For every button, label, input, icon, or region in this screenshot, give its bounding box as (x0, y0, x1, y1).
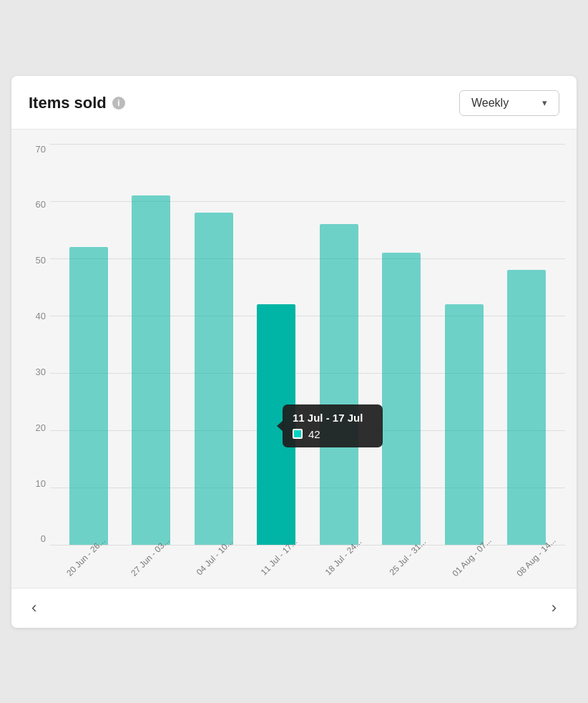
nav-spacer (57, 588, 531, 628)
bar[interactable] (320, 224, 358, 545)
y-label: 0 (23, 533, 50, 544)
bar-group[interactable] (433, 144, 496, 545)
x-label-group: 08 Aug - 14... (501, 545, 565, 588)
y-label: 40 (23, 311, 50, 321)
x-label-group: 04 Jul - 10... (179, 545, 243, 588)
bar-group[interactable] (308, 144, 371, 545)
period-dropdown[interactable]: Weekly ▾ (459, 90, 559, 116)
y-label: 30 (23, 367, 50, 377)
bar[interactable] (69, 247, 108, 545)
bar[interactable] (132, 195, 170, 545)
x-label-group: 20 Jun - 26... (50, 545, 114, 588)
y-label: 20 (23, 422, 50, 433)
dropdown-label: Weekly (471, 97, 509, 110)
card-footer: ‹ › (11, 588, 577, 628)
chevron-down-icon: ▾ (542, 97, 547, 108)
bar-group[interactable] (120, 144, 183, 545)
x-label-group: 27 Jun - 03... (114, 545, 179, 588)
card-header: Items sold i Weekly ▾ (11, 76, 577, 130)
x-label-group: 18 Jul - 24... (308, 545, 372, 588)
bar[interactable] (382, 253, 421, 545)
bar[interactable] (195, 213, 233, 545)
chart-area: 706050403020100 11 Jul - 17 Jul 42 20 Ju… (11, 130, 577, 588)
header-left: Items sold i (29, 94, 125, 112)
bar-group[interactable] (371, 144, 433, 545)
x-label-group: 11 Jul - 17... (243, 545, 308, 588)
bar-group[interactable] (496, 144, 559, 545)
chart-container: 706050403020100 11 Jul - 17 Jul 42 20 Ju… (23, 144, 565, 588)
bar[interactable] (445, 304, 484, 545)
prev-button[interactable]: ‹ (11, 588, 57, 627)
chart-inner: 11 Jul - 17 Jul 42 (50, 144, 565, 545)
items-sold-card: Items sold i Weekly ▾ 706050403020100 11… (11, 76, 577, 628)
bar[interactable] (507, 270, 546, 545)
y-label: 70 (23, 144, 50, 155)
bar-group[interactable] (245, 144, 308, 545)
bar-group[interactable] (182, 144, 245, 545)
info-icon[interactable]: i (112, 97, 125, 110)
bar-group[interactable] (57, 144, 120, 545)
bars-container (50, 144, 565, 545)
bar[interactable] (257, 304, 295, 545)
x-label-group: 01 Aug - 07... (436, 545, 501, 588)
y-label: 10 (23, 478, 50, 489)
card-title: Items sold (29, 94, 107, 112)
x-label-group: 25 Jul - 31... (372, 545, 436, 588)
y-label: 60 (23, 199, 50, 210)
x-axis: 20 Jun - 26...27 Jun - 03...04 Jul - 10.… (50, 545, 565, 588)
y-label: 50 (23, 255, 50, 266)
y-axis: 706050403020100 (23, 144, 50, 545)
next-button[interactable]: › (531, 588, 577, 627)
